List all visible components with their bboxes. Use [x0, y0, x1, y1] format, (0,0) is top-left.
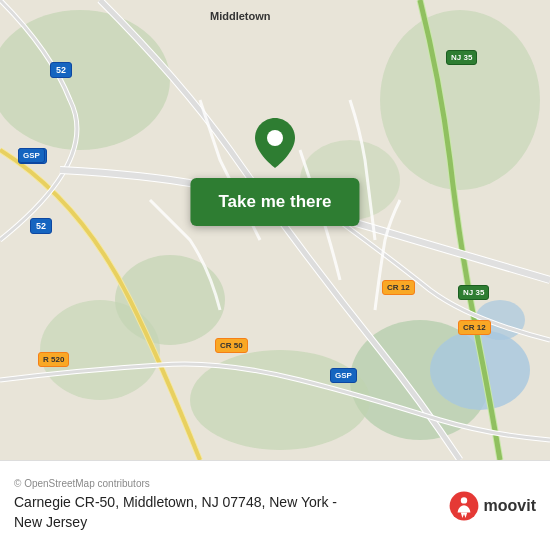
- moovit-text: moovit: [484, 497, 536, 515]
- svg-point-10: [267, 130, 283, 146]
- badge-gsp-bottom: GSP: [330, 368, 357, 383]
- svg-point-12: [460, 497, 466, 503]
- bottom-text-area: © OpenStreetMap contributors Carnegie CR…: [14, 478, 448, 532]
- badge-nj35-top: NJ 35: [446, 50, 477, 65]
- badge-cr50: CR 50: [215, 338, 248, 353]
- badge-gsp-left2: GSP: [18, 148, 45, 163]
- moovit-logo: moovit: [448, 490, 536, 522]
- badge-52-mid: 52: [30, 218, 52, 234]
- badge-cr12-right: CR 12: [382, 280, 415, 295]
- badge-nj35-right: NJ 35: [458, 285, 489, 300]
- bottom-bar: © OpenStreetMap contributors Carnegie CR…: [0, 460, 550, 550]
- map-pin: [255, 118, 295, 158]
- take-me-there-button[interactable]: Take me there: [190, 178, 359, 226]
- address-text: Carnegie CR-50, Middletown, NJ 07748, Ne…: [14, 493, 448, 532]
- town-label: Middletown: [210, 10, 271, 22]
- moovit-icon: [448, 490, 480, 522]
- copyright-text: © OpenStreetMap contributors: [14, 478, 448, 489]
- svg-point-2: [380, 10, 540, 190]
- badge-52-top: 52: [50, 62, 72, 78]
- badge-cr12-far: CR 12: [458, 320, 491, 335]
- badge-r520: R 520: [38, 352, 69, 367]
- map-container: Middletown 52 52 GSP GSP GSP NJ 35 NJ 35…: [0, 0, 550, 460]
